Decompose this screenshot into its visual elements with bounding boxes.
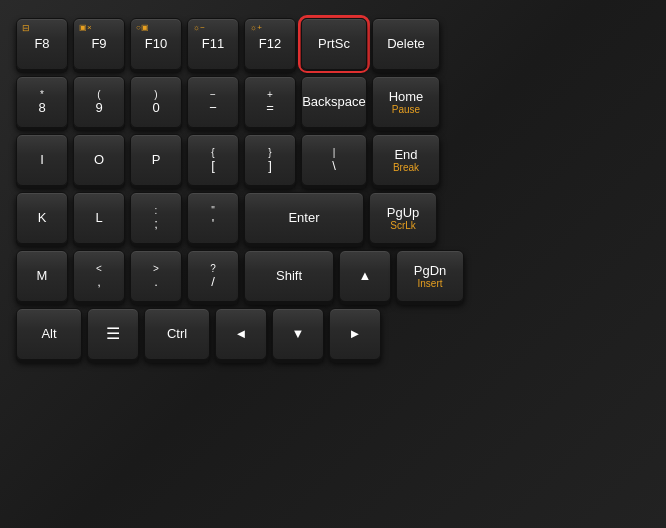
hjkl-row: K L : ; " ' Enter PgUp ScrLk — [16, 192, 650, 244]
key-comma-top: < — [96, 263, 102, 274]
key-delete[interactable]: Delete — [372, 18, 440, 70]
key-ctrl-right[interactable]: Ctrl — [144, 308, 210, 360]
key-f12[interactable]: ☼+ F12 — [244, 18, 296, 70]
f9-fn-icon: ▣× — [79, 23, 92, 32]
key-semicolon-main: ; — [154, 216, 158, 232]
prtsc-label: PrtSc — [318, 36, 350, 52]
right-arrow-label: ► — [349, 326, 362, 342]
key-i[interactable]: I — [16, 134, 68, 186]
key-backslash[interactable]: | \ — [301, 134, 367, 186]
delete-label: Delete — [387, 36, 425, 52]
key-k[interactable]: K — [16, 192, 68, 244]
key-p-label: P — [152, 152, 161, 168]
f12-label: F12 — [259, 36, 281, 52]
key-rbracket-main: ] — [268, 158, 272, 174]
f9-label: F9 — [91, 36, 106, 52]
key-8-top: * — [40, 89, 44, 100]
end-label: End — [394, 147, 417, 163]
f8-fn-icon: ⊟ — [22, 23, 30, 33]
key-f8[interactable]: ⊟ F8 — [16, 18, 68, 70]
key-period[interactable]: > . — [130, 250, 182, 302]
key-comma[interactable]: < , — [73, 250, 125, 302]
key-semicolon[interactable]: : ; — [130, 192, 182, 244]
uiop-row: I O P { [ } ] | \ End Break — [16, 134, 650, 186]
key-l[interactable]: L — [73, 192, 125, 244]
shift-right-label: Shift — [276, 268, 302, 284]
key-minus-top: − — [210, 89, 216, 100]
key-menu[interactable]: ☰ — [87, 308, 139, 360]
key-9[interactable]: ( 9 — [73, 76, 125, 128]
key-f9[interactable]: ▣× F9 — [73, 18, 125, 70]
f11-fn-icon: ☼− — [193, 23, 205, 32]
pgdn-orange: Insert — [417, 278, 442, 289]
key-p[interactable]: P — [130, 134, 182, 186]
key-9-main: 9 — [95, 100, 102, 116]
keyboard: ⊟ F8 ▣× F9 ○▣ F10 ☼− F11 ☼+ F12 PrtSc De… — [0, 0, 666, 528]
key-alt[interactable]: Alt — [16, 308, 82, 360]
home-label: Home — [389, 89, 424, 105]
left-arrow-label: ◄ — [235, 326, 248, 342]
key-f10[interactable]: ○▣ F10 — [130, 18, 182, 70]
key-equals-main: = — [266, 100, 274, 116]
number-row: * 8 ( 9 ) 0 − − + = Backspace Home Pause — [16, 76, 650, 128]
key-lbracket[interactable]: { [ — [187, 134, 239, 186]
key-right-arrow[interactable]: ► — [329, 308, 381, 360]
key-quote-top: " — [211, 205, 215, 216]
key-end[interactable]: End Break — [372, 134, 440, 186]
key-shift-right[interactable]: Shift — [244, 250, 334, 302]
function-row: ⊟ F8 ▣× F9 ○▣ F10 ☼− F11 ☼+ F12 PrtSc De… — [16, 18, 650, 70]
down-arrow-label: ▼ — [292, 326, 305, 342]
end-orange: Break — [393, 162, 419, 173]
key-backspace[interactable]: Backspace — [301, 76, 367, 128]
key-0[interactable]: ) 0 — [130, 76, 182, 128]
key-home[interactable]: Home Pause — [372, 76, 440, 128]
key-minus-main: − — [209, 100, 217, 116]
pgdn-label: PgDn — [414, 263, 447, 279]
key-0-main: 0 — [152, 100, 159, 116]
key-slash[interactable]: ? / — [187, 250, 239, 302]
key-equals-top: + — [267, 89, 273, 100]
key-pgdn[interactable]: PgDn Insert — [396, 250, 464, 302]
key-rbracket[interactable]: } ] — [244, 134, 296, 186]
menu-icon: ☰ — [106, 324, 120, 343]
alt-label: Alt — [41, 326, 56, 342]
backspace-label: Backspace — [302, 94, 366, 110]
key-9-top: ( — [97, 89, 100, 100]
ctrl-right-label: Ctrl — [167, 326, 187, 342]
key-l-label: L — [95, 210, 102, 226]
key-quote[interactable]: " ' — [187, 192, 239, 244]
key-m[interactable]: M — [16, 250, 68, 302]
f10-fn-icon: ○▣ — [136, 23, 149, 32]
key-minus[interactable]: − − — [187, 76, 239, 128]
enter-label: Enter — [288, 210, 319, 226]
key-8[interactable]: * 8 — [16, 76, 68, 128]
f11-label: F11 — [202, 36, 224, 52]
f12-fn-icon: ☼+ — [250, 23, 262, 32]
key-enter[interactable]: Enter — [244, 192, 364, 244]
key-prtsc[interactable]: PrtSc — [301, 18, 367, 70]
key-8-main: 8 — [38, 100, 45, 116]
key-up-arrow[interactable]: ▲ — [339, 250, 391, 302]
key-left-arrow[interactable]: ◄ — [215, 308, 267, 360]
key-period-top: > — [153, 263, 159, 274]
key-equals[interactable]: + = — [244, 76, 296, 128]
key-down-arrow[interactable]: ▼ — [272, 308, 324, 360]
f10-label: F10 — [145, 36, 167, 52]
key-lbracket-main: [ — [211, 158, 215, 174]
modifier-row: Alt ☰ Ctrl ◄ ▼ ► — [16, 308, 650, 360]
key-m-label: M — [37, 268, 48, 284]
key-o[interactable]: O — [73, 134, 125, 186]
key-rbracket-top: } — [268, 147, 271, 158]
key-k-label: K — [38, 210, 47, 226]
key-i-label: I — [40, 152, 44, 168]
key-pgup[interactable]: PgUp ScrLk — [369, 192, 437, 244]
f8-label: F8 — [34, 36, 49, 52]
key-o-label: O — [94, 152, 104, 168]
key-slash-top: ? — [210, 263, 216, 274]
key-f11[interactable]: ☼− F11 — [187, 18, 239, 70]
key-backslash-main: \ — [332, 158, 336, 174]
key-semicolon-top: : — [155, 205, 158, 216]
up-arrow-label: ▲ — [359, 268, 372, 284]
key-quote-main: ' — [212, 216, 214, 232]
key-period-main: . — [154, 274, 158, 290]
